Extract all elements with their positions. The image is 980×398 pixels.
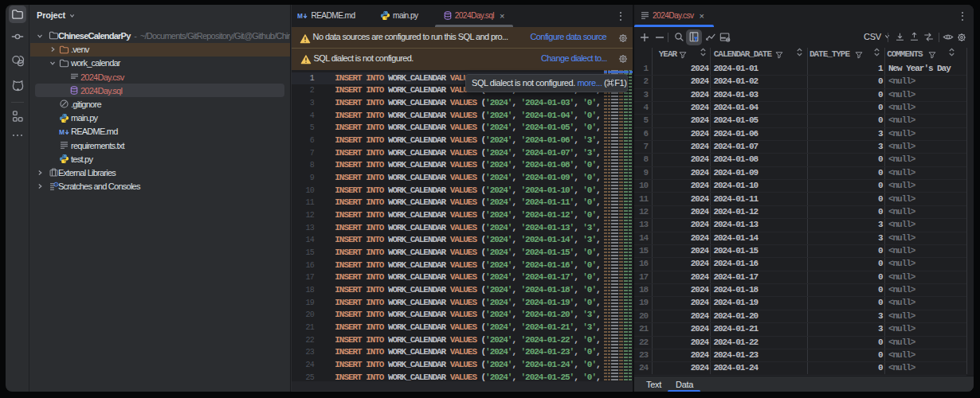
svg-text:M: M bbox=[297, 12, 303, 20]
svg-text:M: M bbox=[59, 127, 65, 135]
